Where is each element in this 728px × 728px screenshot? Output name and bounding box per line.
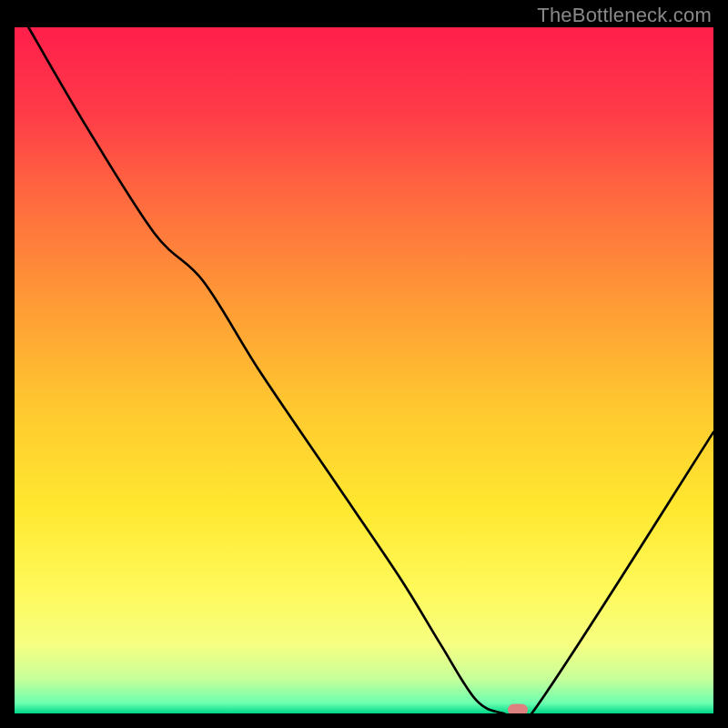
plot-area [15, 27, 713, 713]
chart-container: TheBottleneck.com [0, 0, 728, 728]
curve-line [15, 27, 713, 713]
highlight-marker [508, 704, 528, 714]
watermark-text: TheBottleneck.com [537, 4, 712, 27]
